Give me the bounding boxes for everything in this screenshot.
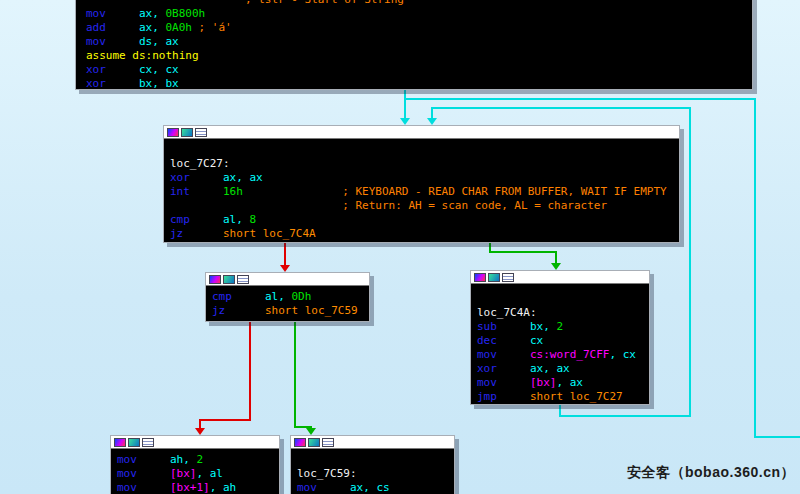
asm-token: , ah: [210, 481, 237, 494]
asm-line[interactable]: mov ds, ax: [86, 35, 752, 49]
graph-node-entry[interactable]: ; lstr - Start of Stringmov ax, 0B800had…: [75, 0, 753, 90]
asm-token: mov: [117, 481, 137, 494]
node-frame-icon[interactable]: [128, 438, 140, 447]
node-group-icon[interactable]: [195, 128, 207, 137]
edge-loop-loc7c4a-to-loc7c27: [559, 415, 691, 417]
asm-token: short loc_7C4A: [223, 227, 316, 240]
asm-token: ax, ax: [497, 362, 570, 375]
edge-cmp-fallthrough-to-printchar-arrowhead: [195, 428, 205, 435]
asm-token: jmp: [477, 390, 497, 403]
asm-token: ds, ax: [106, 35, 179, 48]
asm-token: [137, 481, 170, 494]
node-group-icon[interactable]: [322, 438, 334, 447]
node-color-icon[interactable]: [209, 275, 221, 284]
edge-cmp-fallthrough-to-printchar: [199, 419, 251, 421]
asm-token: [bx]: [530, 376, 557, 389]
graph-node-loc_7C59[interactable]: loc_7C59:mov ax, cs: [290, 435, 455, 494]
asm-token: bx,: [497, 320, 557, 333]
asm-line[interactable]: xor bx, bx: [86, 77, 752, 91]
asm-line[interactable]: jz short loc_7C4A: [170, 227, 679, 241]
node-titlebar: [291, 436, 454, 449]
asm-line[interactable]: mov ah, 2: [117, 453, 279, 467]
asm-token: cx: [497, 334, 543, 347]
asm-line[interactable]: ; Return: AH = scan code, AL = character: [170, 199, 679, 213]
edge-cmp-fallthrough-to-printchar: [249, 322, 251, 421]
node-group-icon[interactable]: [237, 275, 249, 284]
asm-token: ax, cs: [317, 481, 390, 494]
asm-token: ah,: [137, 453, 197, 466]
asm-token: dec: [477, 334, 497, 347]
asm-token: cx, cx: [106, 63, 179, 76]
asm-line[interactable]: mov [bx+1], ah: [117, 481, 279, 494]
asm-line[interactable]: mov [bx], ax: [477, 376, 649, 390]
asm-line[interactable]: mov cs:word_7CFF, cx: [477, 348, 649, 362]
asm-token: [497, 376, 530, 389]
asm-token: cmp: [212, 290, 232, 303]
graph-view[interactable]: 安全客（bobao.360.cn） ; lstr - Start of Stri…: [0, 0, 800, 494]
node-color-icon[interactable]: [474, 273, 486, 282]
asm-line[interactable]: mov ax, 0B800h: [86, 7, 752, 21]
node-code: cmp al, 0Dhjz short loc_7C59: [206, 286, 369, 318]
node-frame-icon[interactable]: [308, 438, 320, 447]
node-frame-icon[interactable]: [181, 128, 193, 137]
asm-line[interactable]: jmp short loc_7C27: [477, 390, 649, 404]
node-frame-icon[interactable]: [223, 275, 235, 284]
asm-line[interactable]: cmp al, 0Dh: [212, 290, 369, 304]
asm-line[interactable]: mov [bx], al: [117, 467, 279, 481]
asm-token: [bx]: [170, 467, 197, 480]
asm-line[interactable]: xor ax, ax: [477, 362, 649, 376]
graph-node-loc_7C27[interactable]: loc_7C27:xor ax, axint 16h ; KEYBOARD - …: [163, 125, 680, 243]
node-group-icon[interactable]: [142, 438, 154, 447]
asm-token: jz: [170, 227, 183, 240]
node-group-icon[interactable]: [502, 273, 514, 282]
asm-token: mov: [117, 453, 137, 466]
node-color-icon[interactable]: [114, 438, 126, 447]
asm-line[interactable]: add ax, 0A0h ; 'á': [86, 21, 752, 35]
asm-token: mov: [86, 7, 106, 20]
asm-token: 0A0h: [165, 21, 192, 34]
asm-token: loc_7C4A:: [477, 306, 537, 319]
asm-token: xor: [86, 63, 106, 76]
asm-line[interactable]: dec cx: [477, 334, 649, 348]
asm-line[interactable]: assume ds:nothing: [86, 49, 752, 63]
asm-line[interactable]: [170, 143, 679, 157]
asm-token: 2: [196, 453, 203, 466]
asm-line[interactable]: loc_7C27:: [170, 157, 679, 171]
asm-line[interactable]: int 16h ; KEYBOARD - READ CHAR FROM BUFF…: [170, 185, 679, 199]
asm-line[interactable]: mov ax, cs: [297, 481, 454, 494]
graph-node-loc_7C4A[interactable]: loc_7C4A:sub bx, 2dec cxmov cs:word_7CFF…: [470, 270, 650, 405]
asm-token: ax,: [106, 7, 166, 20]
node-color-icon[interactable]: [167, 128, 179, 137]
asm-line[interactable]: xor cx, cx: [86, 63, 752, 77]
asm-token: ; Return: AH = scan code, AL = character: [170, 199, 607, 212]
watermark: 安全客（bobao.360.cn）: [627, 464, 795, 482]
asm-token: 8: [249, 213, 256, 226]
asm-line[interactable]: cmp al, 8: [170, 213, 679, 227]
asm-line[interactable]: sub bx, 2: [477, 320, 649, 334]
asm-line[interactable]: [477, 292, 649, 306]
asm-line[interactable]: loc_7C59:: [297, 467, 454, 481]
edge-loc7c27-fallthrough-arrowhead: [280, 265, 290, 272]
edge-entry-to-loc7c27-arrowhead: [400, 118, 410, 125]
asm-token: [190, 185, 223, 198]
asm-token: al,: [190, 213, 250, 226]
asm-token: [183, 227, 223, 240]
asm-line[interactable]: jz short loc_7C59: [212, 304, 369, 318]
asm-line[interactable]: ; lstr - Start of String: [86, 0, 752, 7]
edge-loc7c27-taken-to-loc7c4a: [489, 251, 557, 253]
asm-token: [225, 304, 265, 317]
asm-token: sub: [477, 320, 497, 333]
edge-loc7c27-taken-to-loc7c4a-arrowhead: [551, 263, 561, 270]
edge-loop-loc7c4a-to-loc7c27: [431, 107, 691, 109]
asm-token: ; 'á': [192, 21, 232, 34]
node-frame-icon[interactable]: [488, 273, 500, 282]
asm-line[interactable]: xor ax, ax: [170, 171, 679, 185]
graph-node-print_char[interactable]: mov ah, 2mov [bx], almov [bx+1], ah: [110, 435, 280, 494]
edge-loc7c27-fallthrough: [284, 243, 286, 267]
node-code: loc_7C59:mov ax, cs: [291, 449, 454, 494]
asm-line[interactable]: loc_7C4A:: [477, 306, 649, 320]
asm-line[interactable]: [297, 453, 454, 467]
node-color-icon[interactable]: [294, 438, 306, 447]
graph-node-cmp_enter[interactable]: cmp al, 0Dhjz short loc_7C59: [205, 272, 370, 322]
node-titlebar: [471, 271, 649, 284]
